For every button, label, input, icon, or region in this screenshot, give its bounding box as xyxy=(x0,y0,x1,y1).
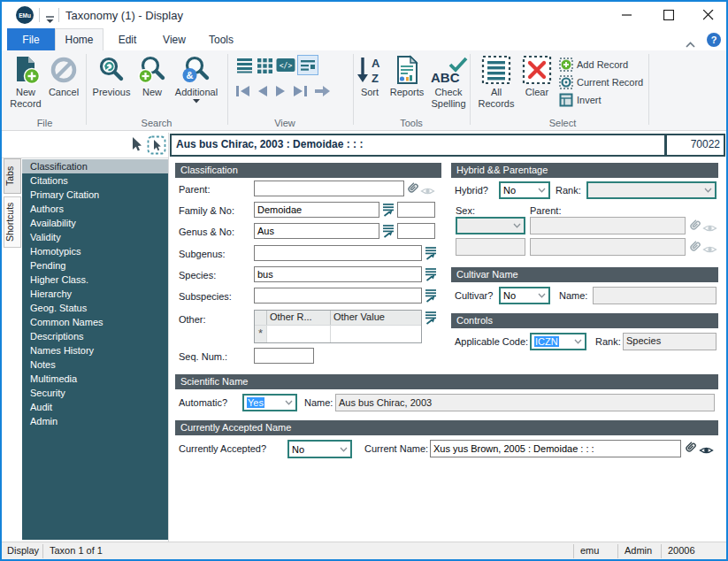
reports-button[interactable]: Reports xyxy=(387,55,426,98)
close-button[interactable] xyxy=(688,2,728,28)
tab-tools[interactable]: Tools xyxy=(197,28,245,50)
help-button[interactable]: ? xyxy=(707,33,721,47)
genus-input[interactable]: Aus xyxy=(254,223,379,239)
sidebar-item[interactable]: Audit xyxy=(22,400,168,414)
sidebar-item[interactable]: Validity xyxy=(22,230,168,244)
family-input[interactable]: Demoidae xyxy=(254,202,379,218)
subgenus-input[interactable] xyxy=(254,245,422,261)
parent-label: Parent: xyxy=(179,181,210,197)
cultivar-combo[interactable]: No xyxy=(499,287,550,304)
parent-attach-button[interactable] xyxy=(405,181,420,199)
sidebar-item[interactable]: Hierarchy xyxy=(22,287,168,301)
first-record-button[interactable] xyxy=(234,84,252,102)
add-record-button[interactable]: Add Record xyxy=(559,57,628,73)
hybrid-parent1-input[interactable] xyxy=(530,217,686,234)
tab-home[interactable]: Home xyxy=(55,28,103,50)
other-grid-cell-rank[interactable] xyxy=(267,325,331,342)
goto-record-button[interactable] xyxy=(313,84,333,102)
tab-file[interactable]: File xyxy=(7,28,55,50)
code-view-button[interactable]: </> xyxy=(276,57,295,77)
sidebar-item[interactable]: Names History xyxy=(22,343,168,357)
sidebar-item[interactable]: Admin xyxy=(22,414,168,428)
next-record-button[interactable] xyxy=(272,84,288,102)
select-pointer-button[interactable] xyxy=(130,135,144,157)
quick-access-dropdown-icon[interactable] xyxy=(45,12,55,27)
previous-record-button[interactable] xyxy=(255,84,271,102)
sort-button[interactable]: A Z Sort xyxy=(354,55,386,98)
sex2-input[interactable] xyxy=(456,238,525,256)
sidebar-item[interactable]: Geog. Status xyxy=(22,301,168,315)
sidebar-item[interactable]: Classification xyxy=(22,159,168,173)
current-name-attach-button[interactable] xyxy=(683,440,698,458)
species-input[interactable]: bus xyxy=(254,266,422,282)
other-lookup-button[interactable] xyxy=(425,311,437,328)
parent2-attach-button[interactable] xyxy=(687,239,702,257)
minimize-button[interactable] xyxy=(607,2,647,28)
chevron-down-icon xyxy=(538,293,546,298)
genus-label: Genus & No: xyxy=(179,224,234,240)
current-name-input[interactable]: Xus yus Brown, 2005 : Demoidae : : : xyxy=(430,440,681,457)
cancel-button[interactable]: Cancel xyxy=(45,55,82,98)
subspecies-lookup-button[interactable] xyxy=(425,288,437,306)
check-spelling-button[interactable]: ABC Check Spelling xyxy=(427,55,470,110)
sex-combo[interactable] xyxy=(456,217,525,234)
close-icon xyxy=(703,10,714,20)
parent-view-button[interactable] xyxy=(420,184,435,200)
genus-lookup-button[interactable] xyxy=(382,224,395,242)
automatic-combo[interactable]: Yes xyxy=(242,394,297,411)
all-records-button[interactable]: All Records xyxy=(477,55,516,110)
parent1-view-button[interactable] xyxy=(702,221,717,237)
scientific-name-input[interactable]: Aus bus Chirac, 2003 xyxy=(335,394,715,411)
previous-search-button[interactable]: Previous xyxy=(90,55,133,98)
hybrid-combo[interactable]: No xyxy=(499,181,550,199)
subspecies-input[interactable] xyxy=(254,288,422,304)
cultivar-name-input[interactable] xyxy=(593,287,717,304)
last-record-button[interactable] xyxy=(291,84,309,102)
maximize-button[interactable] xyxy=(648,2,688,28)
sidebar-item[interactable]: Primary Citation xyxy=(22,188,168,202)
current-record-button[interactable]: Current Record xyxy=(559,74,643,90)
sidebar-item[interactable]: Authors xyxy=(22,202,168,216)
parent1-attach-button[interactable] xyxy=(687,218,702,236)
hybrid-rank-combo[interactable] xyxy=(586,181,717,199)
select-marquee-button[interactable] xyxy=(147,135,166,158)
list-view-button[interactable] xyxy=(236,57,253,77)
clear-button[interactable]: Clear xyxy=(519,55,555,98)
applicable-code-combo[interactable]: ICZN xyxy=(530,333,586,350)
tab-edit[interactable]: Edit xyxy=(103,28,151,50)
family-number-input[interactable] xyxy=(397,202,435,218)
sidebar-item[interactable]: Pending xyxy=(22,258,168,273)
vertical-tab-shortcuts[interactable]: Shortcuts xyxy=(4,196,21,248)
new-record-button[interactable]: New Record xyxy=(7,55,44,110)
controls-rank-input[interactable]: Species xyxy=(623,333,717,350)
sidebar-item[interactable]: Notes xyxy=(22,357,168,372)
sidebar-item[interactable]: Higher Class. xyxy=(22,273,168,287)
grid-view-button[interactable] xyxy=(257,57,273,77)
invert-selection-button[interactable]: Invert xyxy=(559,92,602,108)
new-search-button[interactable]: New xyxy=(135,55,169,98)
vertical-tab-tabs[interactable]: Tabs xyxy=(4,158,21,194)
sidebar-item[interactable]: Citations xyxy=(22,173,168,188)
hybrid-parent2-input[interactable] xyxy=(530,238,686,256)
sidebar-item[interactable]: Security xyxy=(22,386,168,400)
form-view-button[interactable] xyxy=(297,55,318,75)
sidebar-item[interactable]: Homotypics xyxy=(22,244,168,258)
currently-accepted-combo[interactable]: No xyxy=(287,440,352,458)
current-name-view-button[interactable] xyxy=(699,443,714,459)
parent-input[interactable] xyxy=(254,181,404,196)
genus-number-input[interactable] xyxy=(397,223,435,239)
additional-search-button[interactable]: & Additional xyxy=(171,55,222,104)
tab-view[interactable]: View xyxy=(151,28,197,50)
other-grid-cell-value[interactable] xyxy=(331,325,421,342)
sidebar-item[interactable]: Common Names xyxy=(22,315,168,329)
sidebar-item[interactable]: Availability xyxy=(22,216,168,230)
sidebar-item[interactable]: Descriptions xyxy=(22,329,168,343)
family-lookup-button[interactable] xyxy=(382,203,395,220)
reports-icon xyxy=(392,55,422,85)
seq-num-input[interactable] xyxy=(254,348,314,364)
parent2-view-button[interactable] xyxy=(702,242,717,258)
emu-logo[interactable]: EMu xyxy=(16,6,34,24)
subgenus-lookup-button[interactable] xyxy=(425,246,437,264)
species-lookup-button[interactable] xyxy=(425,267,437,285)
sidebar-item[interactable]: Multimedia xyxy=(22,372,168,386)
